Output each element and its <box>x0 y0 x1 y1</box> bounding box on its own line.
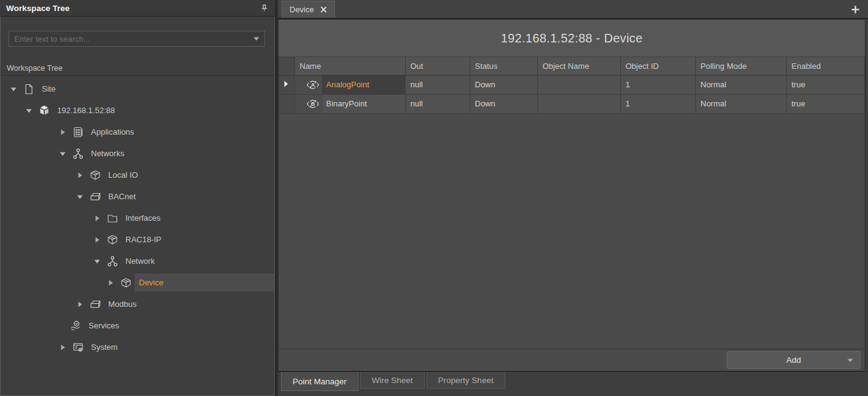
points-table: NameOutStatusObject NameObject IDPolling… <box>278 57 865 114</box>
main-panel: Device 192.168.1.52:88 - Device NameOutS… <box>278 0 868 396</box>
io-module-icon <box>120 277 132 289</box>
expander-down-icon[interactable] <box>93 257 101 266</box>
add-button[interactable]: Add <box>727 351 861 369</box>
column-header-object-name[interactable]: Object Name <box>537 57 620 75</box>
object-name-cell <box>537 94 620 113</box>
status-cell: Down <box>470 75 537 94</box>
name-cell: AAnalogPoint <box>294 75 405 94</box>
table-footer: Add <box>278 349 865 371</box>
object-id-cell: 1 <box>620 94 695 113</box>
add-button-label: Add <box>786 355 801 365</box>
tree-item-network[interactable]: Network <box>1 250 274 272</box>
system-icon <box>72 341 84 354</box>
expander-right-icon[interactable] <box>93 236 101 244</box>
binary-point-icon: B <box>306 98 320 110</box>
tree-item-networks[interactable]: Networks <box>1 143 274 164</box>
tree-item-label: Services <box>89 321 119 330</box>
workspace-tree-body: Workspace Tree Site192.168.1.52:88Applic… <box>0 17 275 396</box>
protocol-stack-icon <box>89 298 101 311</box>
close-icon[interactable] <box>320 6 327 13</box>
tree-item-services[interactable]: Services <box>1 315 274 336</box>
folder-icon <box>106 212 119 224</box>
view-tab-strip: Point ManagerWire SheetProperty Sheet <box>278 371 868 396</box>
view-title: 192.168.1.52:88 - Device <box>278 20 865 57</box>
expander-right-icon[interactable] <box>76 300 84 309</box>
expander-down-icon[interactable] <box>59 149 66 158</box>
expander-right-icon[interactable] <box>76 171 84 180</box>
column-header-status[interactable]: Status <box>470 57 537 75</box>
document-icon <box>23 83 35 95</box>
protocol-stack-icon <box>89 191 101 203</box>
services-icon <box>69 320 82 332</box>
chevron-down-icon[interactable] <box>253 37 259 41</box>
svg-text:A: A <box>310 82 314 88</box>
row-selector-header <box>278 57 294 75</box>
tree-item-192-168-1-52-88[interactable]: 192.168.1.52:88 <box>1 100 274 121</box>
tree-item-bacnet[interactable]: BACnet <box>1 186 274 207</box>
status-cell: Down <box>470 94 537 113</box>
points-table-area: NameOutStatusObject NameObject IDPolling… <box>278 57 865 349</box>
tree-item-system[interactable]: System <box>1 336 274 358</box>
expander-right-icon[interactable] <box>59 128 66 137</box>
tree-item-site[interactable]: Site <box>1 78 274 100</box>
tree-item-rac18-ip[interactable]: RAC18-IP <box>1 229 274 250</box>
table-header-row: NameOutStatusObject NameObject IDPolling… <box>278 57 865 75</box>
chevron-down-icon <box>847 358 853 362</box>
panel-title: Workspace Tree <box>6 4 69 13</box>
enabled-cell: true <box>786 94 865 113</box>
tree-item-label: Networks <box>91 149 124 158</box>
tree-item-label: Modbus <box>108 299 136 309</box>
tree-item-label: System <box>91 343 117 352</box>
tree-item-local-io[interactable]: Local IO <box>1 164 274 186</box>
object-id-cell: 1 <box>620 75 695 94</box>
column-header-object-id[interactable]: Object ID <box>620 57 695 75</box>
new-tab-plus-icon[interactable] <box>851 5 860 14</box>
document-tab-bar: Device <box>278 0 868 19</box>
polling-mode-cell: Normal <box>695 94 786 113</box>
expander-right-icon[interactable] <box>107 279 114 287</box>
expander-down-icon[interactable] <box>25 106 33 115</box>
controller-icon <box>38 105 50 117</box>
table-row-binarypoint[interactable]: BBinaryPointnullDown1Normaltrue <box>278 94 865 113</box>
expander-spacer <box>59 322 64 330</box>
enabled-cell: true <box>786 75 865 94</box>
expander-down-icon[interactable] <box>10 85 17 93</box>
tree-item-label: Applications <box>91 127 134 137</box>
tree-item-label: BACnet <box>108 192 136 201</box>
column-header-name[interactable]: Name <box>294 57 405 75</box>
analog-point-icon: A <box>306 79 320 91</box>
pin-icon[interactable] <box>260 4 269 12</box>
column-header-out[interactable]: Out <box>405 57 470 75</box>
tree-item-label: Network <box>125 256 155 266</box>
tab-device[interactable]: Device <box>282 1 335 18</box>
column-header-polling-mode[interactable]: Polling Mode <box>695 57 786 75</box>
table-row-analogpoint[interactable]: AAnalogPointnullDown1Normaltrue <box>278 75 865 94</box>
tree-item-applications[interactable]: Applications <box>1 121 274 143</box>
workspace-tree: Site192.168.1.52:88ApplicationsNetworksL… <box>1 76 274 395</box>
tree-section-label: Workspace Tree <box>1 61 274 76</box>
expander-right-icon[interactable] <box>59 343 66 352</box>
tree-item-label: RAC18-IP <box>125 235 162 244</box>
view-tab-point-manager[interactable]: Point Manager <box>281 372 358 391</box>
row-selector-cell <box>278 75 294 94</box>
search-input[interactable] <box>9 31 265 47</box>
tab-label: Device <box>290 5 314 14</box>
expander-down-icon[interactable] <box>76 192 84 201</box>
expander-right-icon[interactable] <box>93 214 101 223</box>
workspace-tree-panel-header: Workspace Tree <box>0 0 275 17</box>
row-selector-arrow-icon <box>284 81 288 87</box>
tree-item-interfaces[interactable]: Interfaces <box>1 207 274 229</box>
tree-item-device[interactable]: Device <box>1 272 274 293</box>
search-box <box>9 31 265 47</box>
tree-item-label: Site <box>42 84 55 93</box>
out-cell: null <box>405 75 470 94</box>
point-name: AnalogPoint <box>322 76 405 94</box>
view-tab-property-sheet[interactable]: Property Sheet <box>427 372 505 389</box>
network-icon <box>106 255 119 267</box>
workspace-tree-panel: Workspace Tree Workspace Tree Site192.16… <box>0 0 278 396</box>
tree-item-modbus[interactable]: Modbus <box>1 293 274 315</box>
column-header-enabled[interactable]: Enabled <box>786 57 865 75</box>
applications-icon <box>72 126 84 138</box>
view-tab-wire-sheet[interactable]: Wire Sheet <box>360 372 425 389</box>
device-view: 192.168.1.52:88 - Device NameOutStatusOb… <box>278 19 866 371</box>
